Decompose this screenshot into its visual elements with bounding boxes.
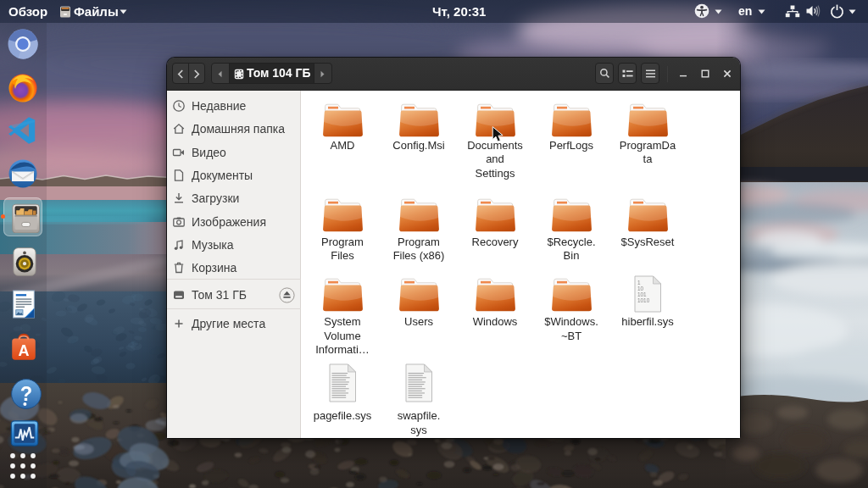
svg-text:10: 10 <box>637 286 644 291</box>
svg-text:?: ? <box>19 383 31 405</box>
svg-text:A: A <box>19 342 30 359</box>
svg-text:1: 1 <box>637 280 641 286</box>
svg-text:1010: 1010 <box>637 297 650 303</box>
svg-text:101: 101 <box>637 291 647 297</box>
